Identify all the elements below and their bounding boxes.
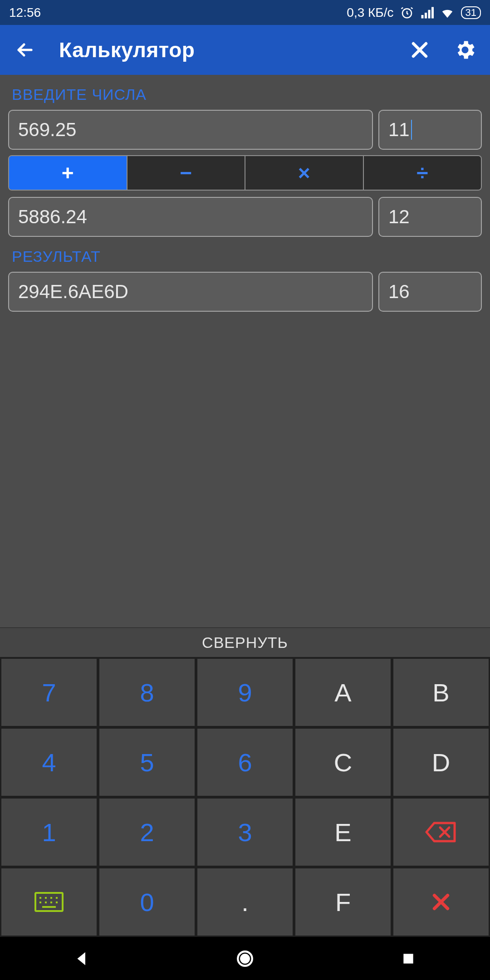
key-5[interactable]: 5 <box>99 729 195 796</box>
key-0[interactable]: 0 <box>99 868 195 936</box>
nav-home-button[interactable] <box>231 945 259 972</box>
key-backspace[interactable] <box>393 799 489 866</box>
keypad: СВЕРНУТЬ 7 8 9 A B 4 5 6 C D 1 2 3 E 0 .… <box>0 627 490 937</box>
result-value-output[interactable]: 294E.6AE6D <box>8 272 373 312</box>
collapse-button[interactable]: СВЕРНУТЬ <box>0 627 490 657</box>
keyboard-icon <box>34 892 64 912</box>
key-8[interactable]: 8 <box>99 659 195 726</box>
key-D[interactable]: D <box>393 729 489 796</box>
op-mul-button[interactable]: × <box>245 156 364 190</box>
close-icon <box>430 891 452 913</box>
key-A[interactable]: A <box>295 659 391 726</box>
result-base-input[interactable]: 16 <box>378 272 482 312</box>
operand2-value-input[interactable]: 5886.24 <box>8 197 373 237</box>
op-add-button[interactable]: + <box>9 156 127 190</box>
wifi-icon <box>440 6 455 20</box>
status-bar: 12:56 0,3 КБ/с 31 <box>0 0 490 25</box>
key-clear[interactable] <box>393 868 489 936</box>
op-div-button[interactable]: ÷ <box>364 156 481 190</box>
status-right: 0,3 КБ/с 31 <box>347 5 481 20</box>
navigation-bar <box>0 937 490 980</box>
key-E[interactable]: E <box>295 799 391 866</box>
key-2[interactable]: 2 <box>99 799 195 866</box>
back-button[interactable] <box>9 34 41 66</box>
backspace-icon <box>425 821 457 843</box>
nav-back-button[interactable] <box>68 945 95 972</box>
app-title: Калькулятор <box>59 38 390 62</box>
battery-indicator: 31 <box>461 6 481 19</box>
operand1-base-input[interactable]: 11 <box>378 110 482 150</box>
result-label: РЕЗУЛЬТАТ <box>12 248 478 265</box>
key-7[interactable]: 7 <box>1 659 97 726</box>
status-net-speed: 0,3 КБ/с <box>347 5 393 20</box>
content-area: ВВЕДИТЕ ЧИСЛА 569.25 11 + − × ÷ 5886.24 … <box>0 75 490 627</box>
key-C[interactable]: C <box>295 729 391 796</box>
nav-recent-button[interactable] <box>395 945 422 972</box>
key-keyboard[interactable] <box>1 868 97 936</box>
key-9[interactable]: 9 <box>197 659 293 726</box>
key-3[interactable]: 3 <box>197 799 293 866</box>
op-sub-button[interactable]: − <box>127 156 246 190</box>
signal-icon <box>420 6 434 20</box>
key-F[interactable]: F <box>295 868 391 936</box>
settings-button[interactable] <box>449 34 481 66</box>
plus-icon: + <box>62 161 74 185</box>
key-B[interactable]: B <box>393 659 489 726</box>
alarm-icon <box>400 6 414 20</box>
key-6[interactable]: 6 <box>197 729 293 796</box>
operand1-value-input[interactable]: 569.25 <box>8 110 373 150</box>
operand2-base-input[interactable]: 12 <box>378 197 482 237</box>
operation-selector: + − × ÷ <box>8 155 482 191</box>
svg-rect-13 <box>403 954 413 963</box>
app-bar: Калькулятор <box>0 25 490 75</box>
minus-icon: − <box>180 161 192 185</box>
svg-point-12 <box>241 955 249 963</box>
enter-numbers-label: ВВЕДИТЕ ЧИСЛА <box>12 86 478 103</box>
clear-button[interactable] <box>404 34 436 66</box>
status-time: 12:56 <box>9 5 41 20</box>
key-4[interactable]: 4 <box>1 729 97 796</box>
key-1[interactable]: 1 <box>1 799 97 866</box>
key-dot[interactable]: . <box>197 868 293 936</box>
multiply-icon: × <box>298 161 310 185</box>
divide-icon: ÷ <box>416 161 428 185</box>
